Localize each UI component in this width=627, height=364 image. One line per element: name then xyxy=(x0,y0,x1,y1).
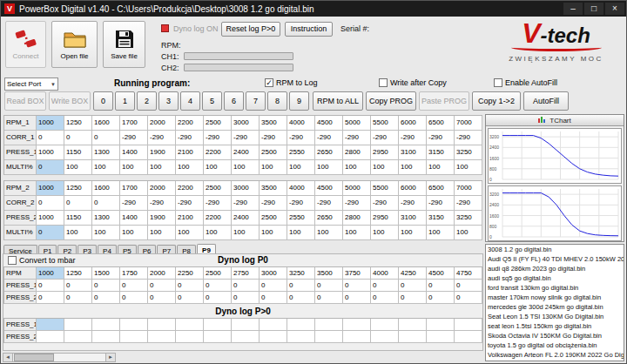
table-cell[interactable] xyxy=(315,319,343,331)
table-cell[interactable]: 0 xyxy=(204,292,232,304)
table-cell[interactable]: 5000 xyxy=(343,181,371,196)
digit-button-8[interactable]: 8 xyxy=(267,91,287,111)
digit-button-5[interactable]: 5 xyxy=(202,91,222,111)
table-cell[interactable]: 3500 xyxy=(260,181,287,196)
table-cell[interactable]: 1700 xyxy=(120,116,148,131)
table-cell[interactable]: 100 xyxy=(176,160,204,175)
table-cell[interactable]: 0 xyxy=(176,292,204,304)
maximize-button[interactable]: □ xyxy=(584,3,603,15)
table-cell[interactable]: 1150 xyxy=(64,211,92,226)
open-file-button[interactable]: Open file xyxy=(51,21,98,68)
table-cell[interactable]: 0 xyxy=(260,280,287,292)
table-cell[interactable]: 3150 xyxy=(427,145,455,160)
table-cell[interactable]: 3000 xyxy=(232,116,260,131)
digit-button-4[interactable]: 4 xyxy=(180,91,200,111)
table-cell[interactable]: 6000 xyxy=(399,116,427,131)
table-cell[interactable]: 3500 xyxy=(260,116,287,131)
table-cell[interactable]: -290 xyxy=(399,131,427,145)
table-cell[interactable] xyxy=(455,319,482,331)
table-cell[interactable]: -290 xyxy=(371,131,399,145)
digit-button-6[interactable]: 6 xyxy=(224,91,244,111)
table-cell[interactable]: 2650 xyxy=(315,211,343,226)
table-cell[interactable]: 3250 xyxy=(455,211,482,226)
save-file-button[interactable]: Save file xyxy=(103,21,145,68)
checkbox-enable-autofill[interactable]: Enable AutoFill xyxy=(494,78,557,87)
table-cell[interactable]: -290 xyxy=(287,131,315,145)
digit-button-3[interactable]: 3 xyxy=(158,91,179,111)
table-cell[interactable] xyxy=(371,319,399,331)
table-cell[interactable]: 1750 xyxy=(120,267,148,280)
digit-button-0[interactable]: 0 xyxy=(93,91,113,111)
table-cell[interactable]: 100 xyxy=(343,226,371,240)
table-cell[interactable]: 100 xyxy=(315,160,343,175)
table-cell[interactable]: 2550 xyxy=(287,211,315,226)
table-cell[interactable]: 5500 xyxy=(371,181,399,196)
scroll-track[interactable] xyxy=(55,354,105,361)
table-cell[interactable]: 2500 xyxy=(260,145,287,160)
table-cell[interactable]: 0 xyxy=(37,280,64,292)
digit-button-9[interactable]: 9 xyxy=(289,91,309,111)
table-cell[interactable]: 1000 xyxy=(37,145,64,160)
list-item[interactable]: toyota 1.5 go digital od obciążenia.bin xyxy=(486,340,624,350)
table-cell[interactable]: 1000 xyxy=(37,181,64,196)
table-cell[interactable]: 2500 xyxy=(204,116,232,131)
table-cell[interactable]: 100 xyxy=(92,226,120,240)
table-cell[interactable]: -290 xyxy=(427,196,455,211)
table-cell[interactable]: 0 xyxy=(64,131,92,145)
checkbox-rpm-to-log[interactable]: ✓ RPM to Log xyxy=(265,78,318,87)
autofill-button[interactable]: AutoFill xyxy=(523,91,569,111)
table-cell[interactable]: 100 xyxy=(371,226,399,240)
table-cell[interactable]: -290 xyxy=(232,131,260,145)
list-item[interactable]: Audi Q5 II (FY FL) 40 TDI MHEV 2.0 150kW… xyxy=(486,254,624,264)
table-cell[interactable] xyxy=(148,331,176,343)
table-cell[interactable] xyxy=(232,319,260,331)
table-cell[interactable]: 2550 xyxy=(287,145,315,160)
table-cell[interactable]: 4500 xyxy=(427,267,455,280)
digit-button-2[interactable]: 2 xyxy=(137,91,157,111)
table-cell[interactable]: 4500 xyxy=(315,181,343,196)
close-button[interactable]: × xyxy=(605,3,624,15)
table-cell[interactable]: 0 xyxy=(427,280,455,292)
list-item[interactable]: ford transit 130km go digital.bin xyxy=(486,283,624,293)
connect-button[interactable]: Connect xyxy=(5,21,46,68)
scroll-thumb[interactable] xyxy=(14,354,54,361)
table-cell[interactable]: 100 xyxy=(343,160,371,175)
select-port-dropdown[interactable]: Select Port ▼ xyxy=(4,78,58,91)
table-cell[interactable]: 0 xyxy=(64,280,92,292)
table-cell[interactable]: -290 xyxy=(287,196,315,211)
table-cell[interactable]: 1600 xyxy=(92,116,120,131)
table-cell[interactable]: 100 xyxy=(287,226,315,240)
table-cell[interactable]: 100 xyxy=(176,226,204,240)
table-cell[interactable]: -290 xyxy=(204,131,232,145)
table-cell[interactable]: 0 xyxy=(92,196,120,211)
table-cell[interactable] xyxy=(120,331,148,343)
table-cell[interactable]: -290 xyxy=(204,196,232,211)
table-cell[interactable]: 100 xyxy=(287,160,315,175)
table-cell[interactable]: 0 xyxy=(287,280,315,292)
table-cell[interactable] xyxy=(148,319,176,331)
table-cell[interactable]: 1700 xyxy=(120,181,148,196)
table-cell[interactable]: 0 xyxy=(287,292,315,304)
table-cell[interactable]: 1300 xyxy=(92,145,120,160)
table-cell[interactable]: 0 xyxy=(232,292,260,304)
list-item[interactable]: audi sq5 go digital.bin xyxy=(486,273,624,283)
list-item[interactable]: mercedes gle 300d 245km go digital.bin xyxy=(486,302,624,312)
table-cell[interactable]: 7000 xyxy=(455,181,482,196)
rpm-to-all-button[interactable]: RPM to ALL xyxy=(313,91,363,111)
table-cell[interactable]: 3500 xyxy=(315,267,343,280)
table-cell[interactable] xyxy=(92,331,120,343)
table-cell[interactable]: 2950 xyxy=(371,145,399,160)
table-cell[interactable]: -290 xyxy=(148,196,176,211)
table-cell[interactable]: -290 xyxy=(176,131,204,145)
table-cell[interactable]: 100 xyxy=(204,226,232,240)
table-cell[interactable]: 0 xyxy=(455,280,482,292)
table-cell[interactable]: 0 xyxy=(148,280,176,292)
table-cell[interactable]: 1250 xyxy=(64,181,92,196)
table-cell[interactable]: 100 xyxy=(455,160,482,175)
list-item[interactable]: Volkswagen Arteon FL 2.0 190KM 2022 Go D… xyxy=(486,350,624,360)
table-cell[interactable]: 1400 xyxy=(120,145,148,160)
digit-button-7[interactable]: 7 xyxy=(246,91,266,111)
paste-prog-button[interactable]: Paste PROG xyxy=(419,91,469,111)
reset-log-button[interactable]: Reset log P>0 xyxy=(221,22,280,37)
table-cell[interactable]: 100 xyxy=(315,226,343,240)
